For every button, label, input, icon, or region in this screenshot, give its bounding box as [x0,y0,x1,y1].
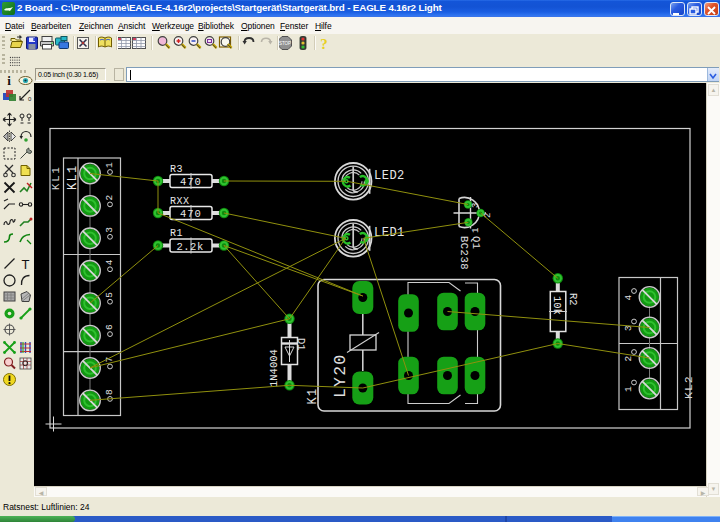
svg-text:470: 470 [180,176,202,188]
svg-text:R1: R1 [170,228,183,239]
svg-text:LED2: LED2 [374,169,405,183]
svg-text:1: 1 [623,386,634,392]
svg-text:BC238: BC238 [458,236,470,270]
svg-text:5: 5 [104,292,115,298]
svg-text:1: 1 [104,162,115,168]
svg-text:R3: R3 [170,164,183,175]
svg-text:470: 470 [180,208,202,220]
svg-text:10k: 10k [551,296,563,315]
svg-text:T: T [22,257,30,271]
svg-text:3: 3 [471,203,481,208]
svg-text:KL1: KL1 [50,165,62,190]
svg-text:8: 8 [104,389,115,395]
svg-text:1: 1 [471,228,481,233]
svg-text:STOP: STOP [279,41,291,46]
svg-text:LY20: LY20 [331,354,350,398]
svg-text:1N4004: 1N4004 [268,349,280,387]
svg-text:3: 3 [104,227,115,233]
svg-text:K1: K1 [306,387,320,404]
svg-text:?: ? [320,36,328,51]
svg-text:4: 4 [623,295,634,301]
svg-text:2.2k: 2.2k [177,241,204,253]
svg-text:R2: R2 [567,293,579,306]
svg-text:2: 2 [104,194,115,200]
svg-text:RXX: RXX [170,196,190,207]
svg-text:2: 2 [623,356,634,362]
svg-text:Q1: Q1 [470,236,482,250]
svg-text:0: 0 [28,96,32,102]
svg-text:KL1: KL1 [66,164,80,190]
svg-text:i: i [7,73,11,88]
svg-text:4: 4 [104,259,115,265]
svg-text:KL2: KL2 [682,375,695,399]
svg-text:D1: D1 [295,338,307,351]
svg-text:6: 6 [104,324,115,330]
